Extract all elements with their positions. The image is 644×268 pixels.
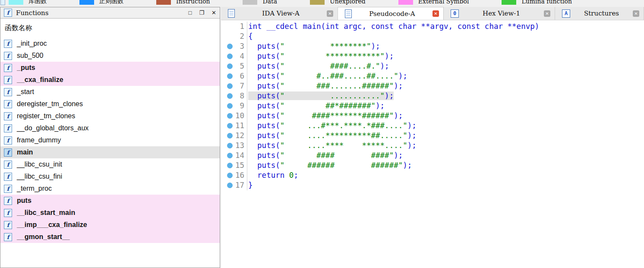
function-row-_init_proc[interactable]: f_init_proc <box>0 38 220 50</box>
tab-close-icon[interactable]: ✕ <box>544 10 550 17</box>
function-row-__gmon_start__[interactable]: f__gmon_start__ <box>0 231 220 243</box>
line-marker-dot[interactable] <box>227 153 233 158</box>
code-text: puts(" ....**** *****...."); <box>247 141 417 151</box>
function-row-register_tm_clones[interactable]: fregister_tm_clones <box>0 110 220 122</box>
line-marker-dot[interactable] <box>227 133 233 139</box>
function-row-__libc_csu_init[interactable]: f__libc_csu_init <box>0 158 220 170</box>
function-row-__imp___cxa_finalize[interactable]: f__imp___cxa_finalize <box>0 219 220 231</box>
tab-label: Structures <box>570 9 633 17</box>
restore-icon[interactable]: ❐ <box>199 10 204 16</box>
code-line-11[interactable]: 11 puts(" ...#***.****.*###...."); <box>221 121 644 131</box>
legend-label: Instruction <box>176 0 210 5</box>
function-row-puts[interactable]: fputs <box>0 195 220 207</box>
function-row-_puts[interactable]: f_puts <box>0 62 220 74</box>
code-text: puts(" ************"); <box>247 51 394 61</box>
tab-close-icon[interactable]: ✕ <box>327 10 333 17</box>
legend-label: 正则函数 <box>99 0 123 5</box>
legend-color-swatch <box>9 0 23 5</box>
code-line-14[interactable]: 14 puts(" #### ####"); <box>221 151 644 161</box>
function-icon: f <box>4 148 12 157</box>
tab-close-icon[interactable]: ✕ <box>432 10 439 17</box>
code-token: ); <box>407 131 417 140</box>
line-marker-dot[interactable] <box>227 163 233 168</box>
function-row-frame_dummy[interactable]: fframe_dummy <box>0 134 220 146</box>
function-row-sub_500[interactable]: fsub_500 <box>0 50 220 62</box>
line-marker-dot[interactable] <box>227 93 233 99</box>
code-text: { <box>247 32 253 41</box>
gutter: 2 <box>221 32 247 41</box>
function-row-__do_global_dtors_aux[interactable]: f__do_global_dtors_aux <box>0 122 220 134</box>
tab-pseudocode-a[interactable]: Pseudocode-A✕ <box>338 7 444 20</box>
function-icon: f <box>4 76 12 84</box>
tab-close-icon[interactable]: ✕ <box>633 10 639 17</box>
code-line-7[interactable]: 7 puts(" ###.......######"); <box>221 81 644 91</box>
function-name: __libc_start_main <box>17 209 75 217</box>
string-literal: " ********" <box>280 42 371 50</box>
code-line-16[interactable]: 16 return 0; <box>221 170 644 180</box>
code-line-5[interactable]: 5 puts(" ####....#."); <box>221 61 644 71</box>
function-row-__cxa_finalize[interactable]: f__cxa_finalize <box>0 74 220 86</box>
code-token: puts( <box>248 72 280 80</box>
code-text: puts(" ##*#######"); <box>247 101 385 111</box>
code-line-12[interactable]: 12 puts(" ....**********##....."); <box>221 131 644 141</box>
tab-hex-view-1[interactable]: 0Hex View-1✕ <box>444 7 555 20</box>
code-text: } <box>247 180 253 190</box>
function-name-column-header[interactable]: 函数名称 <box>0 19 220 38</box>
pseudocode-view[interactable]: 1int __cdecl main(int argc, const char *… <box>221 20 644 268</box>
code-line-1[interactable]: 1int __cdecl main(int argc, const char *… <box>221 22 644 32</box>
line-marker-dot[interactable] <box>227 83 233 89</box>
function-name: _puts <box>17 64 35 72</box>
line-marker-dot[interactable] <box>227 44 233 49</box>
code-line-9[interactable]: 9 puts(" ##*#######"); <box>221 101 644 111</box>
function-name: main <box>17 148 33 156</box>
tab-ida-view-a[interactable]: IDA View-A✕ <box>221 7 338 20</box>
close-icon[interactable]: ✕ <box>212 10 216 16</box>
line-number: 2 <box>221 32 247 41</box>
code-line-17[interactable]: 17} <box>221 180 644 190</box>
line-marker-dot[interactable] <box>227 173 233 178</box>
line-number: 15 <box>221 161 247 170</box>
code-line-3[interactable]: 3 puts(" ********"); <box>221 41 644 51</box>
tab-label: Hex View-1 <box>459 9 544 17</box>
code-text: puts(" ....**********##....."); <box>247 131 417 141</box>
line-marker-dot[interactable] <box>227 123 233 129</box>
line-marker-dot[interactable] <box>227 113 233 119</box>
code-token: puts( <box>248 131 280 140</box>
function-row-main[interactable]: fmain <box>0 146 220 158</box>
string-literal: " ....**********##....." <box>280 131 407 140</box>
line-marker-dot[interactable] <box>227 103 233 109</box>
code-line-13[interactable]: 13 puts(" ....**** *****...."); <box>221 141 644 151</box>
line-number: 7 <box>221 81 247 91</box>
line-marker-dot[interactable] <box>227 54 233 59</box>
code-line-8[interactable]: 8 puts(" ..........."); <box>221 91 644 101</box>
legend-color-swatch <box>502 0 516 5</box>
line-marker-dot[interactable] <box>227 73 233 79</box>
code-line-2[interactable]: 2{ <box>221 32 644 41</box>
string-literal: " ..........." <box>280 91 385 100</box>
function-row-_term_proc[interactable]: f_term_proc <box>0 183 220 195</box>
function-row-_start[interactable]: f_start <box>0 86 220 98</box>
line-marker-dot[interactable] <box>227 183 233 188</box>
code-line-15[interactable]: 15 puts(" ###### ######"); <box>221 161 644 170</box>
function-row-__libc_csu_fini[interactable]: f__libc_csu_fini <box>0 170 220 183</box>
code-token: ); <box>398 72 407 80</box>
function-row-__libc_start_main[interactable]: f__libc_start_main <box>0 207 220 219</box>
code-token: ); <box>380 62 389 70</box>
code-line-10[interactable]: 10 puts(" ####*******######"); <box>221 111 644 121</box>
function-icon: f <box>4 197 12 205</box>
tab-structures[interactable]: AStructures✕ <box>555 7 644 20</box>
code-text: puts(" ...#***.****.*###...."); <box>247 121 417 131</box>
tab-label: IDA View-A <box>235 9 327 17</box>
line-marker-dot[interactable] <box>227 143 233 148</box>
function-row-deregister_tm_clones[interactable]: fderegister_tm_clones <box>0 98 220 110</box>
code-line-6[interactable]: 6 puts(" #..###.....##...."); <box>221 71 644 81</box>
maximize-icon[interactable]: □ <box>189 10 192 16</box>
line-marker-dot[interactable] <box>227 63 233 69</box>
legend-item: Lumina function <box>502 0 571 5</box>
string-literal: " ###.......######" <box>280 82 394 90</box>
code-text: puts(" ###### ######"); <box>247 161 412 170</box>
code-line-4[interactable]: 4 puts(" ************"); <box>221 51 644 61</box>
legend-item: 正则函数 <box>79 0 123 5</box>
function-name: puts <box>17 197 32 205</box>
string-literal: " #### ####" <box>280 151 394 160</box>
